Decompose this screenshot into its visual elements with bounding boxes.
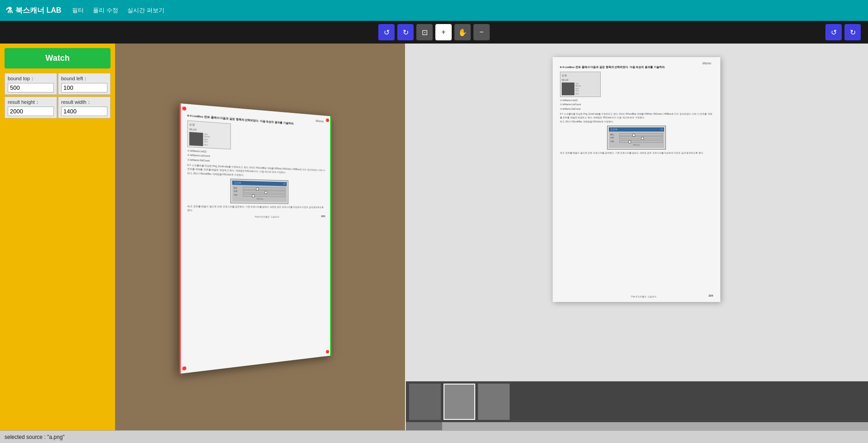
result-height-input[interactable] [8,107,54,116]
hand-button[interactable]: ✋ [454,24,471,40]
thumbnail-item-3[interactable] [478,384,510,420]
crop-button[interactable]: ⊡ [416,24,433,40]
scrollbar-thumb[interactable] [406,422,442,430]
horizontal-scrollbar[interactable] [406,422,868,430]
corner-marker-bl [182,366,186,370]
page-number: 225 [321,214,325,218]
thumbnail-strip [406,381,868,422]
content-area: Memo 6-4 ListBox 컨트 폼에서 다음과 같은 항목의 선택되었다… [115,44,868,430]
sidebar: Watch bound top： bound left： result heig… [0,44,115,430]
result-height-field: result height： [5,97,57,118]
result-width-input[interactable] [61,107,107,116]
flask-icon: ⚗ [5,5,13,15]
corner-marker-br [326,350,329,353]
thumbnail-item-1[interactable] [409,384,441,420]
processed-code-1: ① lstName.List(2) [560,99,713,102]
dialog-slider-green[interactable] [243,190,285,194]
dialog-slider-blue[interactable] [243,194,285,197]
brand-logo: ⚗ 북스캐너 LAB [5,5,61,15]
toolbar: ↺ ↻ ⊡ + ✋ − ↺ ↻ [0,21,868,44]
scanned-book-page: Memo 6-4 ListBox 컨트 폼에서 다음과 같은 항목의 선택되었다… [179,103,332,374]
page-footer: Part Ⅱ 컨트롤은 오슬하라 [187,215,331,219]
redo-button[interactable]: ↻ [397,24,414,40]
dialog-slider-red[interactable] [243,187,285,190]
statusbar: selected source : "a.png" [0,430,868,443]
processed-dialog-title-text: 그고 바 [610,128,617,131]
main-area: Watch bound top： bound left： result heig… [0,44,868,430]
nav-menu: 필터 폴리 수정 실시간 퍼보기 [72,6,164,15]
result-width-field: result width： [58,97,111,118]
memo-label: Memo [316,118,323,124]
subtitle2: 제 2. 컨트롤 배열이 됨으로 인해 프로시저를 공유한다. 기존 프로시저를… [187,205,325,213]
undo2-button[interactable]: ↺ [825,24,842,40]
processed-page-num: 225 [709,294,713,298]
brand-name: 북스캐너 LAB [15,6,61,15]
result-fields-row2: result height： result width： [0,97,115,118]
processed-dialog-controls: □× [661,128,663,131]
toolbar-center: ↺ ↻ ⊡ + ✋ − [378,24,490,40]
nav-realtime[interactable]: 실시간 퍼보기 [127,6,164,15]
dialog-label-red: 빨강 [234,186,243,190]
processed-dialog-row-red: 빨강 [610,133,663,136]
processed-dialog-mock: 그고 바 □× 빨강 초록 [607,126,666,150]
bound-left-label: bound left： [61,75,107,82]
statusbar-text: selected source : "a.png" [5,434,65,440]
bound-top-input[interactable] [8,83,54,92]
watch-button[interactable]: Watch [5,48,111,68]
processed-subtitle1: 제 1. 3/1이 HScrollBar 개체명을 HSColor로 수정한다. [560,120,713,124]
bound-left-input[interactable] [61,83,107,92]
processed-memo-label: Memo [703,61,711,66]
processed-page: Memo 6-4 ListBox 컨트 폼에서 다음과 같은 항목의 선택되었다… [553,57,720,302]
dialog-label-green: 초록 [234,190,243,193]
undo-button[interactable]: ↺ [378,24,395,40]
dialog-controls: □× [283,182,285,185]
right-panel: Memo 6-4 ListBox 컨트 폼에서 다음과 같은 항목의 선택되었다… [405,44,868,430]
dialog-row-blue: 파랑 [234,193,285,197]
processed-code-3: ③ lstName.SelCount [560,107,713,111]
bound-fields-row1: bound top： bound left： [0,73,115,95]
processed-footer: Part Ⅱ 컨트롤은 오슬하라 [560,295,720,298]
processed-subtitle2: 제 2. 컨트롤 배열이 됨으로 인해 프로시저를 공유한다. 기존 프로시저를… [560,151,713,155]
dialog-label-blue: 파랑 [234,193,243,196]
toolbar-right: ↺ ↻ [825,24,861,40]
dialog-title-text: 그고 바 [234,180,241,184]
dialog-mock: 그고 바 □× 빨강 [230,178,288,204]
processed-body1: 6-7 스크롤바를 작성한 Proj_Scroll.vbp를 수정하라고 한다.… [560,112,713,119]
processed-title1: 6-4 ListBox 컨트 폼에서 다음과 같은 항목의 선택되었다. 다음 … [560,65,713,70]
nav-poly[interactable]: 폴리 수정 [93,6,118,15]
result-height-label: result height： [8,99,54,106]
result-width-label: result width： [61,99,107,106]
processed-slider-blue[interactable] [619,140,663,143]
bound-top-field: bound top： [5,73,57,95]
processed-code-2: ② lstName.ListCount [560,103,713,107]
top-navigation: ⚗ 북스캐너 LAB 필터 폴리 수정 실시간 퍼보기 [0,0,868,21]
nav-filter[interactable]: 필터 [72,6,84,15]
processed-hscolor-label: HSColor [610,144,663,146]
processed-slider-green[interactable] [619,136,663,139]
plus-button[interactable]: + [435,24,452,40]
processed-dialog-row-blue: 파랑 [610,140,663,143]
book-page-content: Memo 6-4 ListBox 컨트 폼에서 다음과 같은 항목의 선택되었다… [179,103,332,223]
processed-page-content: Memo 6-4 ListBox 컨트 폼에서 다음과 같은 항목의 선택되었다… [553,57,720,164]
left-panel: Memo 6-4 ListBox 컨트 폼에서 다음과 같은 항목의 선택되었다… [115,44,405,430]
bound-top-label: bound top： [8,75,54,82]
hscolor-label: HSColor [234,197,285,201]
processed-dialog-row-green: 초록 [610,136,663,139]
redo2-button[interactable]: ↻ [844,24,861,40]
processed-dialog-title: 그고 바 □× [609,127,664,131]
processed-slider-red[interactable] [619,133,663,136]
bound-left-field: bound left： [58,73,111,95]
minus-button[interactable]: − [473,24,490,40]
thumbnail-item-2[interactable] [444,384,475,420]
